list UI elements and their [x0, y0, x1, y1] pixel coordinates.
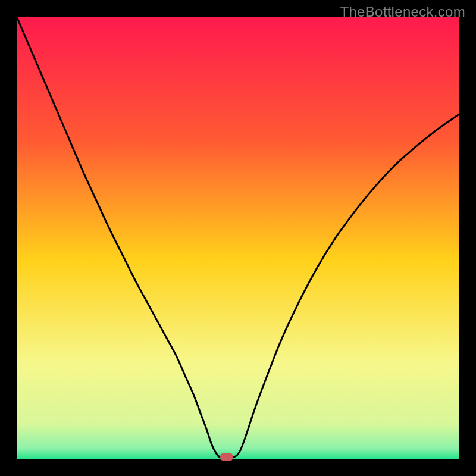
optimal-point-marker [220, 453, 233, 461]
bottleneck-curve-line [17, 17, 459, 458]
chart-curve-layer [17, 17, 459, 459]
plot-area [17, 17, 459, 459]
watermark-text: TheBottleneck.com [340, 4, 465, 20]
chart-container: TheBottleneck.com [0, 0, 476, 476]
